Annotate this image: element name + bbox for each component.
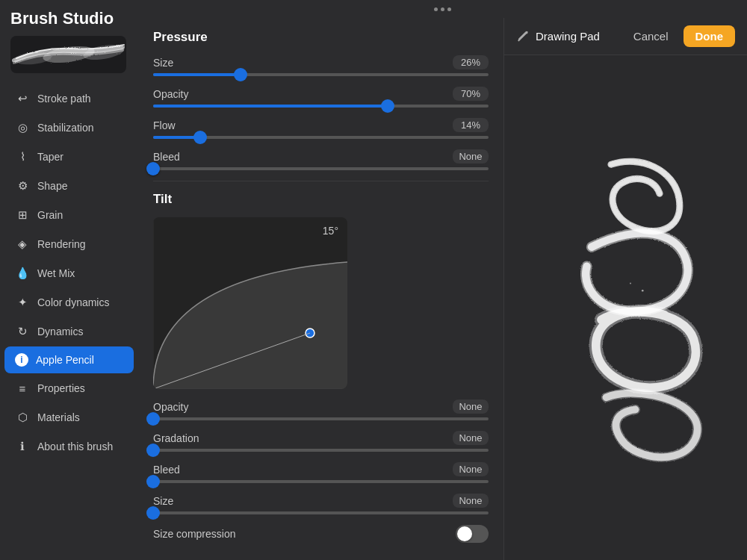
tilt-size-row: Size None [153,494,489,514]
pressure-flow-row: Flow 14% [153,118,489,139]
tilt-opacity-thumb[interactable] [146,412,160,426]
pressure-flow-thumb[interactable] [193,131,207,144]
stroke-path-icon: ↩ [15,91,30,106]
pressure-flow-track[interactable] [153,136,489,139]
pressure-size-thumb[interactable] [234,68,247,81]
tilt-size-track[interactable] [153,511,489,514]
size-compression-label: Size compression [153,528,236,540]
drawing-pad-title-text: Drawing Pad [536,30,600,43]
sidebar-item-materials[interactable]: ⬡ Materials [4,403,134,432]
tilt-bleed-label-row: Bleed None [153,462,489,476]
pressure-opacity-value: 70% [453,87,489,101]
pressure-bleed-track[interactable] [153,167,489,170]
settings-panel: Pressure Size 26% Opacity [138,18,504,560]
sidebar-item-shape[interactable]: ⚙ Shape [4,172,134,200]
pressure-flow-label-row: Flow 14% [153,118,489,132]
tilt-opacity-row: Opacity None [153,399,489,420]
sidebar-nav: ↩ Stroke path ◎ Stabilization ⌇ Taper ⚙ … [0,79,138,560]
drawing-pad: Drawing Pad Cancel Done [504,18,747,560]
tilt-gradation-thumb[interactable] [146,444,160,457]
tilt-angle-label: 15° [323,225,338,237]
tilt-gradation-row: Gradation None [153,431,489,452]
pressure-opacity-thumb[interactable] [381,99,394,113]
tilt-size-thumb[interactable] [146,506,160,520]
size-compression-toggle[interactable] [456,525,489,543]
sidebar-item-grain-label: Grain [37,209,63,221]
sidebar-item-stroke-path[interactable]: ↩ Stroke path [4,84,134,113]
tilt-size-label: Size [153,495,173,507]
sidebar-item-stroke-path-label: Stroke path [37,93,91,105]
dot-2 [441,7,444,11]
tilt-opacity-value: None [453,399,489,414]
dot-1 [434,7,438,11]
main-panel: Pressure Size 26% Opacity [138,0,747,560]
dot-3 [447,7,451,11]
svg-point-6 [642,290,644,292]
done-button[interactable]: Done [684,25,736,47]
tilt-opacity-track[interactable] [153,417,489,420]
wet-mix-icon: 💧 [15,266,30,281]
sidebar-item-taper[interactable]: ⌇ Taper [4,143,134,171]
tilt-gradation-value: None [453,431,489,445]
drawing-pad-header: Drawing Pad Cancel Done [504,18,747,55]
divider-1 [153,181,489,181]
tilt-bleed-track[interactable] [153,480,489,483]
pressure-size-label-row: Size 26% [153,55,489,69]
sidebar-item-materials-label: Materials [37,411,80,423]
shape-icon: ⚙ [15,178,30,193]
sidebar-item-shape-label: Shape [37,180,67,192]
drawing-pad-icon [516,30,530,43]
sidebar-item-rendering[interactable]: ◈ Rendering [4,230,134,258]
sidebar-item-wet-mix-label: Wet Mix [37,267,75,279]
sidebar-item-grain[interactable]: ⊞ Grain [4,201,134,229]
tilt-title: Tilt [153,192,489,207]
sidebar-item-properties[interactable]: ≡ Properties [4,374,134,402]
sidebar-header: Brush Studio [0,0,138,79]
pressure-size-label: Size [153,57,173,69]
pressure-size-value: 26% [453,55,489,69]
sidebar-item-stabilization[interactable]: ◎ Stabilization [4,113,134,142]
tilt-graph[interactable]: 15° [153,217,347,389]
tilt-opacity-label-row: Opacity None [153,399,489,414]
pressure-opacity-label-row: Opacity 70% [153,87,489,101]
pressure-size-track[interactable] [153,73,489,76]
drawing-pad-actions: Cancel Done [626,25,735,47]
properties-icon: ≡ [15,381,30,396]
drawing-strokes-svg [504,55,747,560]
pressure-bleed-label-row: Bleed None [153,149,489,164]
drawing-canvas[interactable] [504,55,747,560]
sidebar-item-color-dynamics[interactable]: ✦ Color dynamics [4,288,134,317]
sidebar-item-stabilization-label: Stabilization [37,122,94,134]
sidebar-item-wet-mix[interactable]: 💧 Wet Mix [4,259,134,287]
pressure-opacity-row: Opacity 70% [153,87,489,108]
pressure-section: Pressure Size 26% Opacity [153,30,489,170]
three-dots-menu[interactable] [434,7,451,11]
rendering-icon: ◈ [15,237,30,252]
pressure-flow-value: 14% [453,118,489,132]
about-icon: ℹ [15,439,30,454]
pressure-bleed-thumb[interactable] [146,162,160,175]
sidebar-item-dynamics[interactable]: ↻ Dynamics [4,317,134,346]
tilt-gradation-track[interactable] [153,449,489,452]
sidebar-item-properties-label: Properties [37,382,85,394]
pressure-flow-label: Flow [153,119,176,131]
tilt-bleed-row: Bleed None [153,462,489,483]
tilt-opacity-label: Opacity [153,401,188,413]
sidebar-item-apple-pencil-label: Apple Pencil [36,354,94,366]
sidebar-item-about[interactable]: ℹ About this brush [4,432,134,461]
cancel-button[interactable]: Cancel [626,27,676,46]
tilt-bleed-thumb[interactable] [146,475,160,488]
sidebar-item-taper-label: Taper [37,151,63,163]
sidebar-title: Brush Studio [10,9,128,28]
sidebar-item-about-label: About this brush [37,441,113,452]
svg-point-7 [630,283,631,284]
color-dynamics-icon: ✦ [15,295,30,310]
pressure-size-row: Size 26% [153,55,489,76]
dynamics-icon: ↻ [15,324,30,339]
stabilization-icon: ◎ [15,120,30,135]
pressure-opacity-track[interactable] [153,105,489,108]
sidebar-item-apple-pencil[interactable]: i Apple Pencil [4,346,134,373]
tilt-svg [153,217,347,389]
size-compression-knob [457,526,472,541]
pressure-size-fill [153,73,241,76]
